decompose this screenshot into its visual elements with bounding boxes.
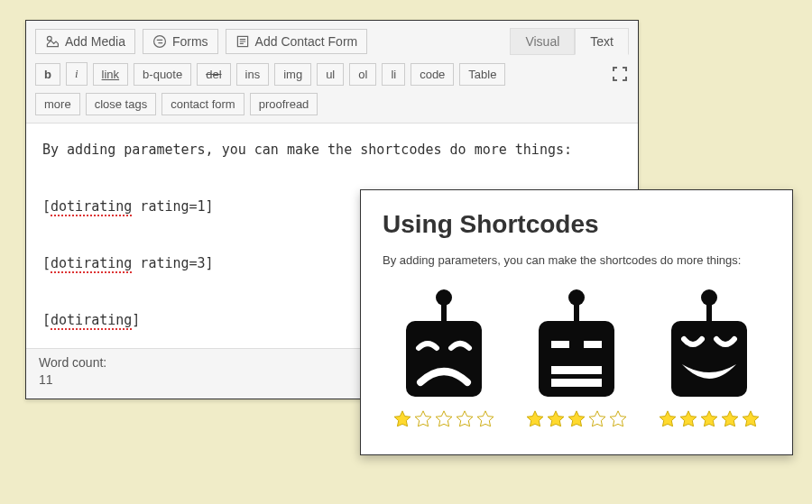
star-icon <box>720 409 740 429</box>
star-icon <box>587 409 607 429</box>
tab-visual[interactable]: Visual <box>510 28 575 55</box>
bot-col-happy <box>647 287 770 429</box>
stars-1 <box>392 409 495 429</box>
robot-happy-icon <box>655 287 763 404</box>
add-media-label: Add Media <box>65 34 125 49</box>
qt-ol[interactable]: ol <box>349 63 376 86</box>
star-icon <box>546 409 566 429</box>
svg-rect-7 <box>574 303 579 323</box>
svg-rect-9 <box>551 341 569 348</box>
qt-li[interactable]: li <box>382 63 405 86</box>
svg-rect-12 <box>551 379 602 387</box>
star-icon <box>741 409 761 429</box>
word-count-value: 11 <box>39 372 53 387</box>
qt-close-tags[interactable]: close tags <box>86 93 157 115</box>
forms-button[interactable]: Forms <box>143 29 218 54</box>
forms-icon <box>152 34 167 49</box>
tab-text[interactable]: Text <box>575 28 629 55</box>
robot-sad-icon <box>390 287 498 404</box>
qt-link[interactable]: link <box>93 63 129 86</box>
add-contact-label: Add Contact Form <box>255 34 358 49</box>
forms-label: Forms <box>172 34 208 49</box>
qt-more[interactable]: more <box>35 93 80 115</box>
star-icon <box>525 409 545 429</box>
word-count-label: Word count: <box>39 355 106 370</box>
editor-intro: By adding parameters, you can make the s… <box>42 142 572 158</box>
star-icon <box>678 409 698 429</box>
svg-rect-14 <box>706 303 712 323</box>
svg-point-1 <box>154 36 166 48</box>
svg-rect-5 <box>406 321 482 397</box>
star-icon <box>608 409 628 429</box>
media-icon <box>45 34 60 49</box>
shortcode-name-3: dotirating <box>51 312 132 330</box>
add-contact-form-button[interactable]: Add Contact Form <box>226 29 368 54</box>
preview-title: Using Shortcodes <box>383 210 770 239</box>
star-icon <box>567 409 586 429</box>
preview-panel: Using Shortcodes By adding parameters, y… <box>360 189 793 455</box>
shortcode-tail-3: ] <box>132 312 140 328</box>
shortcode-tail-2: rating=3] <box>132 255 213 271</box>
shortcode-name-2: dotirating <box>51 255 132 273</box>
star-icon <box>413 409 433 429</box>
svg-rect-15 <box>671 321 747 397</box>
editor-mode-tabs: Visual Text <box>510 28 629 55</box>
qt-contact-form[interactable]: contact form <box>161 93 245 115</box>
editor-topbar: Add Media Forms Add Contact Form Visual … <box>26 21 638 55</box>
svg-rect-10 <box>584 341 602 348</box>
stars-2 <box>525 409 628 429</box>
qt-ins[interactable]: ins <box>236 63 270 86</box>
qt-bold[interactable]: b <box>35 63 60 86</box>
qt-italic[interactable]: i <box>66 62 88 86</box>
bot-row <box>383 287 770 429</box>
add-media-button[interactable]: Add Media <box>35 29 135 54</box>
qt-del[interactable]: del <box>197 63 230 86</box>
star-icon <box>699 409 719 429</box>
qt-code[interactable]: code <box>411 63 454 86</box>
qt-ul[interactable]: ul <box>317 63 344 86</box>
qt-bquote[interactable]: b-quote <box>134 63 191 86</box>
shortcode-name-1: dotirating <box>51 198 132 216</box>
stars-3 <box>658 409 761 429</box>
robot-neutral-icon <box>522 287 631 404</box>
quicktags-row-1: b i link b-quote del ins img ul ol li co… <box>26 55 638 93</box>
qt-proofread[interactable]: proofread <box>250 93 318 115</box>
star-icon <box>475 409 495 429</box>
shortcode-tail-1: rating=1] <box>132 198 213 215</box>
contact-form-icon <box>235 34 250 49</box>
star-icon <box>658 409 678 429</box>
bot-col-sad <box>383 287 506 429</box>
bot-col-neutral <box>515 287 639 429</box>
svg-rect-11 <box>551 366 602 374</box>
star-icon <box>392 409 412 429</box>
star-icon <box>434 409 454 429</box>
svg-rect-4 <box>441 303 447 323</box>
preview-body: By adding parameters, you can make the s… <box>383 253 770 267</box>
qt-img[interactable]: img <box>274 63 311 86</box>
quicktags-row-2: more close tags contact form proofread <box>26 93 638 123</box>
fullscreen-icon[interactable] <box>611 65 629 83</box>
star-icon <box>455 409 475 429</box>
qt-table[interactable]: Table <box>459 63 505 86</box>
